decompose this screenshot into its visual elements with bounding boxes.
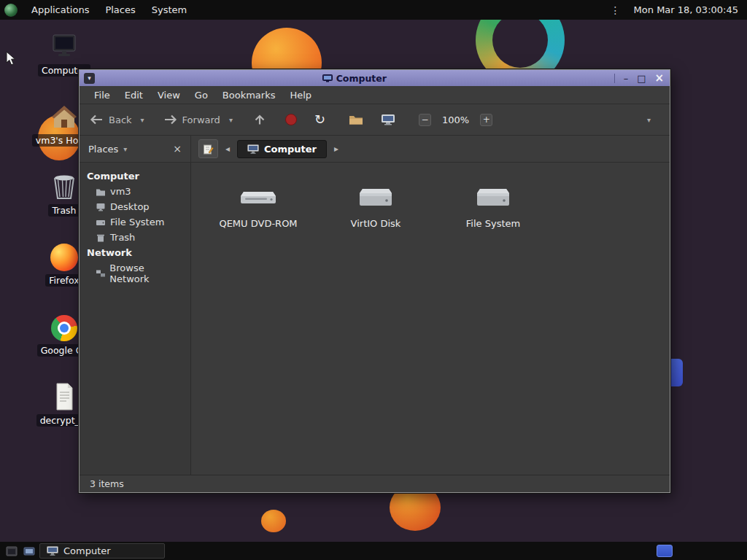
zoom-level[interactable]: 100% xyxy=(442,114,469,125)
menu-bookmarks[interactable]: Bookmarks xyxy=(215,88,283,103)
menu-view[interactable]: View xyxy=(150,88,187,103)
hard-disk-icon xyxy=(473,182,514,214)
stop-button[interactable] xyxy=(285,114,297,125)
computer-mini-icon xyxy=(322,74,333,82)
menu-edit[interactable]: Edit xyxy=(117,88,150,103)
menu-help[interactable]: Help xyxy=(282,88,319,103)
location-row: Places ▾ × ◂ Computer ▸ xyxy=(80,136,670,163)
file-label: File System xyxy=(466,218,520,229)
zoom-in-icon: + xyxy=(483,114,490,125)
desktop-icon-label: Trash xyxy=(48,204,80,217)
computer-icon xyxy=(48,29,80,61)
distro-logo-icon[interactable] xyxy=(4,4,18,17)
chrome-icon xyxy=(51,309,77,341)
sidebar-item-label: File System xyxy=(110,217,164,228)
background-blob-orange-small xyxy=(261,510,286,532)
menu-places[interactable]: Places xyxy=(97,0,143,20)
file-item-dvd[interactable]: QEMU DVD-ROM xyxy=(201,182,315,229)
forward-button[interactable]: Forward xyxy=(163,114,220,125)
close-icon[interactable]: × xyxy=(654,74,664,83)
refresh-button[interactable]: ↻ xyxy=(314,113,325,126)
computer-toolbar-icon xyxy=(381,114,395,126)
folder-icon xyxy=(96,187,106,196)
sidebar-item-desktop[interactable]: Desktop xyxy=(80,199,190,214)
sidebar-item-label: Desktop xyxy=(110,201,150,212)
path-scroll-left-icon[interactable]: ◂ xyxy=(222,144,233,154)
computer-button[interactable] xyxy=(381,114,395,126)
toolbar: Back ▾ Forward ▾ ↻ − 100% + ▾ xyxy=(80,104,670,136)
window-main: Computer vm3 Desktop File System Trash N… xyxy=(80,163,670,475)
file-view[interactable]: QEMU DVD-ROM VirtIO Disk File System xyxy=(191,163,670,475)
file-manager-icon[interactable] xyxy=(23,545,36,557)
forward-history-dropdown-icon[interactable]: ▾ xyxy=(229,116,233,124)
top-panel: Applications Places System ⋮ Mon Mar 18,… xyxy=(0,0,747,20)
home-folder-icon xyxy=(48,99,80,131)
maximize-icon[interactable]: □ xyxy=(637,74,646,83)
sidebar-item-trash[interactable]: Trash xyxy=(80,230,190,245)
workspace-switcher[interactable] xyxy=(657,545,673,557)
sidebar-selector[interactable]: Places xyxy=(88,144,118,155)
forward-arrow-icon xyxy=(163,114,177,125)
back-label: Back xyxy=(109,114,132,125)
path-current-label: Computer xyxy=(264,144,317,155)
forward-label: Forward xyxy=(182,114,220,125)
sidebar-item-label: vm3 xyxy=(110,186,131,197)
taskbar-button-computer[interactable]: Computer xyxy=(39,543,165,559)
notification-menu-icon[interactable]: ⋮ xyxy=(600,4,631,16)
path-button-computer[interactable]: Computer xyxy=(237,140,327,158)
edit-location-button[interactable] xyxy=(198,139,218,158)
view-dropdown-icon[interactable]: ▾ xyxy=(647,116,651,124)
task-label: Computer xyxy=(63,545,111,556)
back-history-dropdown-icon[interactable]: ▾ xyxy=(141,116,144,124)
menu-applications[interactable]: Applications xyxy=(23,0,97,20)
close-sidebar-icon[interactable]: × xyxy=(173,143,182,155)
sidebar-section-computer: Computer xyxy=(80,168,190,184)
up-arrow-icon xyxy=(253,114,266,125)
menu-go[interactable]: Go xyxy=(187,88,215,103)
text-file-icon xyxy=(48,379,80,411)
statusbar: 3 items xyxy=(80,475,670,492)
sidebar-item-browse-network[interactable]: Browse Network xyxy=(80,260,190,287)
computer-path-icon xyxy=(247,144,259,154)
network-icon xyxy=(96,269,105,278)
titlebar[interactable]: ▾ Computer – □ × xyxy=(80,70,670,86)
window-controls: – □ × xyxy=(614,74,665,83)
sidebar-item-label: Trash xyxy=(110,232,135,243)
sidebar-item-label: Browse Network xyxy=(109,262,183,284)
trash-icon xyxy=(96,233,106,242)
computer-task-icon xyxy=(47,546,58,556)
sidebar-item-vm3[interactable]: vm3 xyxy=(80,184,190,199)
up-button[interactable] xyxy=(253,114,266,125)
zoom-in-button[interactable]: + xyxy=(480,114,492,126)
sidebar-item-file-system[interactable]: File System xyxy=(80,214,190,230)
title-area: Computer xyxy=(95,73,614,84)
titlebar-separator xyxy=(614,74,615,83)
file-item-virtio-disk[interactable]: VirtIO Disk xyxy=(319,182,433,229)
sidebar-selector-caret-icon[interactable]: ▾ xyxy=(123,145,127,153)
clock[interactable]: Mon Mar 18, 03:00:45 xyxy=(631,4,747,15)
back-arrow-icon xyxy=(90,114,104,125)
home-folder-icon xyxy=(349,114,363,125)
trash-icon xyxy=(48,169,80,201)
menu-file[interactable]: File xyxy=(87,88,117,103)
bottom-panel: Computer xyxy=(0,542,747,560)
path-scroll-right-icon[interactable]: ▸ xyxy=(331,144,341,154)
back-button[interactable]: Back xyxy=(90,114,132,125)
file-manager-window: ▾ Computer – □ × File Edit View Go Bookm… xyxy=(79,69,670,493)
minimize-icon[interactable]: – xyxy=(624,74,629,83)
zoom-out-button[interactable]: − xyxy=(419,114,431,126)
home-button[interactable] xyxy=(349,114,363,125)
places-sidebar: Computer vm3 Desktop File System Trash N… xyxy=(80,163,191,475)
sidebar-section-network: Network xyxy=(80,245,190,260)
show-desktop-icon[interactable] xyxy=(5,545,18,557)
path-bar: ◂ Computer ▸ xyxy=(191,136,670,162)
window-menu-button[interactable]: ▾ xyxy=(84,73,95,84)
file-label: VirtIO Disk xyxy=(351,218,401,229)
file-item-file-system[interactable]: File System xyxy=(436,182,550,229)
panel-right-area: ⋮ Mon Mar 18, 03:00:45 xyxy=(600,4,747,16)
menubar: File Edit View Go Bookmarks Help xyxy=(80,86,670,104)
menu-system[interactable]: System xyxy=(144,0,195,20)
zoom-out-icon: − xyxy=(421,114,428,125)
desktop-icon xyxy=(96,203,106,211)
edit-location-icon xyxy=(203,144,214,155)
